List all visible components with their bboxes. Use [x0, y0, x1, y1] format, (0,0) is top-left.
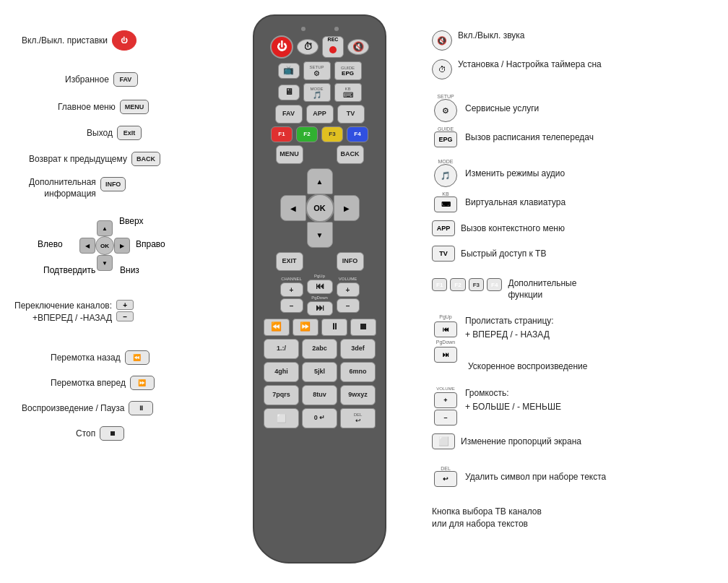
nav-up-button[interactable]: ▲: [307, 168, 333, 194]
fwd-button[interactable]: ⏩: [292, 319, 318, 336]
f4-button[interactable]: F4: [347, 126, 368, 142]
num0-button[interactable]: 0 ↵: [302, 408, 337, 428]
annotation-setup: SETUP ⚙ Сервисные услуги: [432, 94, 539, 122]
annotation-channel: Переключение каналов: +ВПЕРЕД / -НАЗАД +…: [14, 300, 134, 324]
annotation-fav: Избранное FAV: [65, 72, 138, 87]
left-panel: Вкл./Выкл. приставки ⏻ Избранное FAV Гла…: [0, 0, 246, 583]
exit-label: Выход: [87, 128, 113, 138]
annotation-back: Возврат к предыдущему BACK: [29, 152, 160, 166]
pgdown-icon-indicator: ⏭: [434, 347, 457, 363]
f2-indicator: F2: [450, 278, 465, 291]
rec-button[interactable]: REC: [322, 36, 344, 58]
num8-button[interactable]: 8tuv: [302, 385, 337, 405]
setup-icon: ⚙: [313, 69, 320, 77]
channel-control: CHANNEL + –: [280, 277, 303, 313]
back-button[interactable]: BACK: [337, 145, 364, 164]
exit-button[interactable]: EXIT: [276, 252, 303, 271]
pause-label: Воспроизведение / Пауза: [22, 403, 124, 413]
setup-button[interactable]: SETUP ⚙: [303, 61, 331, 80]
f3-button[interactable]: F3: [321, 126, 343, 142]
nav-diagram: ▲ ▼ ◀ ▶ OK: [79, 220, 130, 271]
timer-button[interactable]: ⏱: [297, 39, 318, 55]
num2-button[interactable]: 2abc: [302, 339, 337, 359]
stop-label: Стоп: [76, 428, 95, 439]
stop-button[interactable]: ⏹: [350, 319, 376, 336]
kb-label: Виртуальная клавиатура: [465, 197, 566, 207]
f4-indicator: F4: [487, 278, 502, 291]
num6-button[interactable]: 6mno: [340, 362, 376, 382]
annotation-aspect: ⬜ Изменение пропорций экрана: [432, 433, 581, 449]
tv-screen-button[interactable]: 📺: [278, 63, 300, 79]
epg-label: EPG: [342, 70, 354, 77]
app-button[interactable]: APP: [306, 105, 334, 124]
channel-label: Переключение каналов: +ВПЕРЕД / -НАЗАД: [14, 300, 112, 324]
info-button[interactable]: INFO: [337, 252, 364, 271]
num7-button[interactable]: 7pqrs: [264, 385, 299, 405]
num5-button[interactable]: 5jkl: [302, 362, 337, 382]
timer-label: Установка / Настройка таймера сна: [458, 59, 602, 69]
tv-icon-indicator: TV: [432, 246, 455, 262]
annotation-power: Вкл./Выкл. приставки ⏻: [22, 30, 136, 51]
row-power: ⏻ ⏱ REC 🔇: [261, 35, 378, 59]
spacer1: [307, 145, 333, 164]
del-label: Удалить символ при наборе текста: [465, 472, 606, 482]
mute-button[interactable]: 🔇: [347, 39, 369, 55]
rew-button[interactable]: ⏪: [264, 319, 290, 336]
annotation-timer: ⏱ Установка / Настройка таймера сна: [432, 59, 602, 79]
down-direction-label: Вниз: [120, 264, 139, 275]
rew-btn-indicator: ⏪: [125, 350, 150, 365]
del-icon-indicator: ↩: [434, 471, 457, 487]
annotation-epg: GUIDE EPG Вызов расписания телепередач: [432, 126, 594, 147]
tv-button[interactable]: TV: [337, 105, 365, 124]
nav-up-small: ▲: [97, 220, 113, 236]
nav-down-button[interactable]: ▼: [307, 222, 333, 248]
info-btn-indicator: INFO: [100, 177, 126, 191]
nav-cross-small: ▲ ▼ ◀ ▶ OK: [79, 220, 130, 271]
exit-btn-indicator: ExIt: [117, 126, 142, 140]
nav-right-button[interactable]: ▶: [334, 195, 360, 221]
page: Вкл./Выкл. приставки ⏻ Избранное FAV Гла…: [0, 0, 728, 583]
app-icon-indicator: APP: [432, 220, 455, 236]
annotation-pgup: PgUp ⏮ PgDown ⏭ Пролистать страницу: + В…: [432, 314, 554, 363]
nav-down-small: ▼: [97, 255, 113, 271]
rew-label: Перемотка назад: [51, 353, 121, 363]
aspect-button[interactable]: ⬜: [264, 408, 299, 428]
left-direction-label: Влево: [38, 238, 63, 249]
num9-button[interactable]: 9wxyz: [340, 385, 376, 405]
num3-button[interactable]: 3def: [340, 339, 376, 359]
nav-ok-button[interactable]: OK: [306, 194, 334, 223]
screen-mode-button[interactable]: 🖥: [278, 85, 300, 100]
pgdown-label: Ускоренное воспроизведение: [468, 361, 587, 371]
nav-ok-small: OK: [95, 236, 114, 255]
fav-label: Избранное: [65, 74, 109, 85]
pause-button[interactable]: ⏸: [321, 319, 347, 336]
menu-btn-indicator: MENU: [120, 100, 150, 114]
ch-minus-button[interactable]: –: [280, 298, 303, 313]
vol-minus-indicator: –: [434, 410, 457, 426]
pgup-button[interactable]: ⏮: [307, 280, 333, 294]
menu-button[interactable]: MENU: [276, 145, 303, 164]
volume-label: Громкость: + БОЛЬШЕ / - МЕНЬШЕ: [465, 386, 561, 414]
num1-button[interactable]: 1.:/: [264, 339, 299, 359]
fav-button[interactable]: FAV: [275, 105, 303, 124]
kb-icon-indicator: ⌨: [434, 197, 457, 212]
app-label: Вызов контекстного меню: [461, 223, 565, 233]
annotation-fwd: Перемотка вперед ⏩: [51, 376, 155, 390]
kb-button[interactable]: KB ⌨: [334, 83, 362, 102]
f1-button[interactable]: F1: [271, 126, 292, 142]
row-exit-info: EXIT INFO: [261, 252, 378, 271]
ch-plus-button[interactable]: +: [280, 282, 303, 297]
nav-left-button[interactable]: ◀: [280, 195, 306, 221]
del-button[interactable]: DEL ↩: [340, 408, 376, 428]
guide-epg-button[interactable]: GUIDE EPG: [334, 61, 362, 80]
annotation-app: APP Вызов контекстного меню: [432, 220, 565, 236]
vol-minus-button[interactable]: –: [337, 298, 360, 313]
f1-indicator: F1: [432, 278, 447, 291]
power-button[interactable]: ⏻: [270, 35, 293, 59]
vol-plus-button[interactable]: +: [337, 282, 360, 297]
num4-button[interactable]: 4ghi: [264, 362, 299, 382]
f2-button[interactable]: F2: [296, 126, 318, 142]
epg-label: Вызов расписания телепередач: [465, 132, 594, 142]
pgdown-button[interactable]: ⏭: [307, 301, 333, 316]
mode-button[interactable]: MODE 🎵: [303, 83, 331, 102]
